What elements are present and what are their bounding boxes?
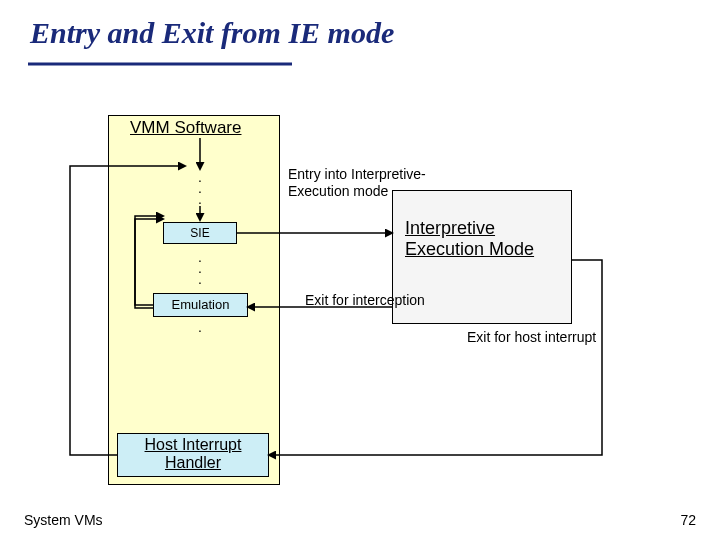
- footer-left: System VMs: [24, 512, 103, 528]
- arrows-layer: [0, 0, 720, 540]
- footer-page-number: 72: [680, 512, 696, 528]
